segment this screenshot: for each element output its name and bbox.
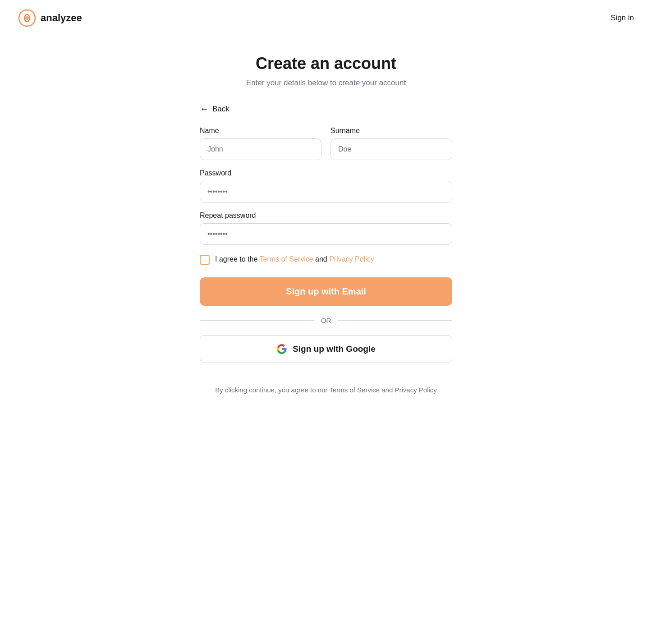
logo-icon (18, 9, 36, 27)
divider-line-left (200, 320, 314, 321)
sign-up-google-label: Sign up with Google (293, 344, 376, 354)
password-input[interactable] (200, 181, 452, 202)
password-label: Password (200, 169, 452, 177)
surname-field-group: Surname (331, 127, 452, 160)
sign-up-google-button[interactable]: Sign up with Google (200, 335, 452, 363)
back-button[interactable]: ← Back (200, 104, 230, 114)
header: analyzee Sign in (0, 0, 652, 36)
divider-line-right (338, 320, 452, 321)
name-field-group: Name (200, 127, 321, 160)
page-title: Create an account (256, 54, 396, 73)
sign-up-email-button[interactable]: Sign up with Email (200, 277, 452, 306)
name-surname-row: Name Surname (200, 127, 452, 160)
footer-text: By clicking continue, you agree to our T… (200, 385, 452, 396)
privacy-policy-link[interactable]: Privacy Policy (329, 255, 374, 263)
page-subtitle: Enter your details below to create your … (246, 78, 406, 87)
main-content: Create an account Enter your details bel… (0, 36, 652, 423)
terms-checkbox[interactable] (200, 255, 210, 265)
name-label: Name (200, 127, 321, 135)
footer-privacy-link[interactable]: Privacy Policy (395, 386, 436, 394)
logo[interactable]: analyzee (18, 9, 82, 27)
or-divider: OR (200, 317, 452, 324)
svg-point-1 (25, 16, 29, 20)
terms-text-before: I agree to the (215, 255, 259, 263)
footer-terms-link[interactable]: Terms of Service (329, 386, 380, 394)
terms-label[interactable]: I agree to the Terms of Service and Priv… (215, 254, 374, 265)
repeat-password-input[interactable] (200, 223, 452, 245)
google-icon (276, 344, 287, 354)
back-arrow-icon: ← (200, 104, 209, 114)
back-label: Back (212, 105, 230, 114)
logo-text: analyzee (41, 12, 82, 24)
terms-of-service-link[interactable]: Terms of Service (259, 255, 313, 263)
name-input[interactable] (200, 138, 321, 160)
form-container: ← Back Name Surname Password Repeat pass… (200, 104, 452, 396)
repeat-password-field-group: Repeat password (200, 212, 452, 245)
footer-and: and (380, 386, 395, 394)
terms-and: and (313, 255, 330, 263)
repeat-password-label: Repeat password (200, 212, 452, 220)
footer-text-before: By clicking continue, you agree to our (215, 386, 329, 394)
surname-input[interactable] (331, 138, 452, 160)
or-text: OR (321, 317, 331, 324)
password-field-group: Password (200, 169, 452, 202)
terms-checkbox-row: I agree to the Terms of Service and Priv… (200, 254, 452, 265)
sign-in-link[interactable]: Sign in (611, 14, 634, 23)
surname-label: Surname (331, 127, 452, 135)
